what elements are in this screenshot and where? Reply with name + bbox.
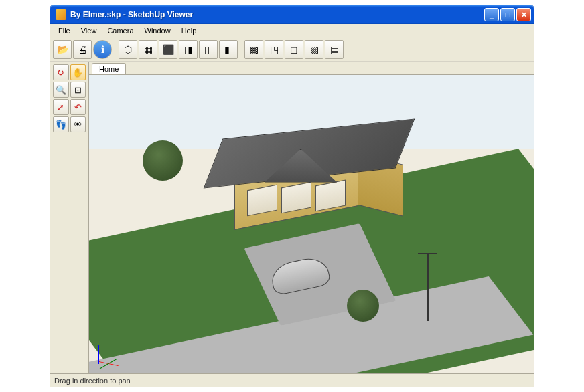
view-back-button[interactable]: ◫ <box>199 40 218 59</box>
menubar: File View Camera Window Help <box>50 24 534 37</box>
menu-view[interactable]: View <box>76 25 102 36</box>
style-shaded-button[interactable]: ▩ <box>244 40 263 59</box>
scene-tree-2 <box>347 290 379 322</box>
open-button[interactable]: 📂 <box>53 40 72 59</box>
content-area: ↻ ✋ 🔍 ⊡ ⤢ ↶ 👣 👁 Home <box>50 62 534 373</box>
scene-lightpost <box>427 254 429 321</box>
zoom-icon: 🔍 <box>56 85 66 95</box>
info-button[interactable]: ℹ <box>93 40 112 59</box>
print-icon: 🖨 <box>78 44 87 55</box>
view-right-button[interactable]: ◨ <box>179 40 198 59</box>
shaded-icon: ▩ <box>250 44 259 55</box>
window-controls: _ □ ✕ <box>484 8 531 21</box>
menu-help[interactable]: Help <box>176 25 202 36</box>
view-front-button[interactable]: ⬛ <box>159 40 177 59</box>
iso-icon: ⬡ <box>124 44 132 55</box>
zoom-extents-icon: ⤢ <box>57 102 64 112</box>
scene-tab-home[interactable]: Home <box>92 63 126 74</box>
menu-window[interactable]: Window <box>139 25 176 36</box>
hidden-icon: ◻ <box>290 44 298 55</box>
look-around-button[interactable]: 👁 <box>70 116 86 132</box>
window-title: By Elmer.skp - SketchUp Viewer <box>69 10 484 19</box>
status-hint: Drag in direction to pan <box>54 377 131 385</box>
pan-icon: ✋ <box>72 68 83 78</box>
axis-gizmo <box>93 342 120 369</box>
pan-button[interactable]: ✋ <box>70 64 86 80</box>
zoom-button[interactable]: 🔍 <box>53 82 69 98</box>
app-window: By Elmer.skp - SketchUp Viewer _ □ ✕ Fil… <box>50 5 534 387</box>
scene-tree-1 <box>143 140 183 181</box>
info-icon: ℹ <box>101 44 104 55</box>
open-icon: 📂 <box>57 44 68 55</box>
style-hidden-button[interactable]: ◻ <box>285 40 303 59</box>
zoom-window-icon: ⊡ <box>74 85 82 95</box>
minimize-button[interactable]: _ <box>484 8 499 21</box>
axis-z <box>98 345 99 364</box>
menu-camera[interactable]: Camera <box>102 25 139 36</box>
statusbar: Drag in direction to pan <box>50 373 534 387</box>
front-icon: ⬛ <box>163 44 174 55</box>
style-textured-button[interactable]: ▧ <box>305 40 323 59</box>
orbit-button[interactable]: ↻ <box>53 64 69 80</box>
style-wireframe-button[interactable]: ◳ <box>265 40 283 59</box>
style-xray-button[interactable]: ▤ <box>325 40 344 59</box>
scene-house <box>205 122 419 241</box>
orbit-icon: ↻ <box>57 68 64 78</box>
wireframe-icon: ◳ <box>270 44 279 55</box>
garage-door-1 <box>247 184 277 216</box>
top-icon: ▦ <box>144 44 153 55</box>
scene-tabs: Home <box>89 62 534 75</box>
side-toolbar: ↻ ✋ 🔍 ⊡ ⤢ ↶ 👣 👁 <box>50 62 89 373</box>
previous-view-button[interactable]: ↶ <box>70 99 86 115</box>
left-icon: ◧ <box>224 44 233 55</box>
menu-file[interactable]: File <box>53 25 76 36</box>
print-button[interactable]: 🖨 <box>73 40 92 59</box>
app-icon <box>56 9 66 20</box>
view-top-button[interactable]: ▦ <box>139 40 157 59</box>
toolbar: 📂 🖨 ℹ ⬡ ▦ ⬛ ◨ ◫ ◧ ▩ ◳ ◻ ▧ ▤ <box>50 37 534 62</box>
back-icon: ◫ <box>204 44 213 55</box>
maximize-button[interactable]: □ <box>500 8 515 21</box>
viewport-3d[interactable] <box>89 75 534 373</box>
garage-door-3 <box>315 179 346 211</box>
zoom-extents-button[interactable]: ⤢ <box>53 99 69 115</box>
look-icon: 👁 <box>74 120 82 130</box>
view-iso-button[interactable]: ⬡ <box>119 40 137 59</box>
axis-y <box>100 359 117 369</box>
previous-icon: ↶ <box>74 102 82 112</box>
close-button[interactable]: ✕ <box>516 8 531 21</box>
xray-icon: ▤ <box>330 44 339 55</box>
titlebar: By Elmer.skp - SketchUp Viewer _ □ ✕ <box>50 5 534 24</box>
right-icon: ◨ <box>184 44 193 55</box>
viewport-area: Home <box>89 62 534 373</box>
walk-icon: 👣 <box>56 120 66 130</box>
textured-icon: ▧ <box>310 44 319 55</box>
view-left-button[interactable]: ◧ <box>219 40 238 59</box>
zoom-window-button[interactable]: ⊡ <box>70 82 86 98</box>
walk-button[interactable]: 👣 <box>53 116 69 132</box>
